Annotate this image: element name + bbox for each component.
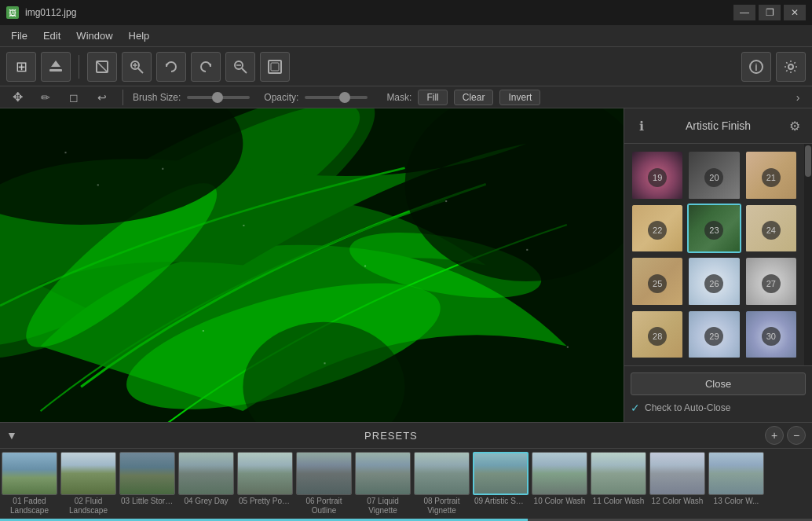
svg-rect-14	[271, 63, 279, 71]
preset-thumb-28[interactable]: 28	[631, 310, 684, 360]
preset-thumb-19[interactable]: 19	[631, 150, 684, 200]
rotate-left-tool-button[interactable]	[156, 52, 186, 82]
preset-number-29: 29	[704, 327, 723, 346]
zoom-in-tool-button[interactable]	[122, 52, 152, 82]
opacity-thumb[interactable]	[339, 92, 350, 103]
window-title: img0112.jpg	[25, 7, 727, 18]
film-item-12[interactable]: 13 Color W...	[707, 452, 766, 515]
preset-number-23: 23	[704, 221, 723, 240]
preset-thumb-21[interactable]: 21	[744, 150, 798, 200]
pencil-icon[interactable]: ✏	[35, 86, 57, 108]
film-item-7[interactable]: 08 PortraitVignette	[412, 452, 471, 515]
svg-rect-33	[526, 249, 528, 251]
menu-help[interactable]: Help	[121, 27, 158, 45]
mask-label: Mask:	[386, 92, 411, 103]
svg-point-17	[788, 64, 793, 69]
menu-window[interactable]: Window	[68, 27, 120, 45]
brush-toolbar: ✥ ✏ ◻ ↩ Brush Size: Opacity: Mask: Fill …	[0, 86, 812, 108]
clear-button[interactable]: Clear	[454, 90, 494, 105]
panel-scrollbar[interactable]	[804, 144, 812, 365]
scrollbar-thumb[interactable]	[805, 145, 811, 177]
crop-tool-button[interactable]	[87, 52, 117, 82]
preset-thumb-29[interactable]: 29	[687, 310, 741, 360]
brush-separator	[123, 90, 123, 105]
preset-thumb-25[interactable]: 25	[631, 256, 684, 306]
preset-thumb-30[interactable]: 30	[744, 310, 798, 360]
undo-brush-icon[interactable]: ↩	[91, 86, 113, 108]
preset-thumb-20[interactable]: 20	[687, 150, 741, 200]
restore-button[interactable]: ❐	[759, 5, 781, 20]
invert-button[interactable]: Invert	[499, 90, 540, 105]
film-item-11[interactable]: 12 Color Wash	[648, 452, 707, 515]
toolbar-separator-1	[79, 55, 79, 79]
presets-toggle-button[interactable]: ▼	[6, 429, 17, 442]
close-presets-button[interactable]: Close	[631, 372, 806, 395]
preset-thumb-22[interactable]: 22	[631, 204, 684, 254]
preset-thumb-27[interactable]: 27	[744, 256, 798, 306]
fill-button[interactable]: Fill	[418, 90, 447, 105]
preset-number-24: 24	[762, 221, 781, 240]
frame-tool-button[interactable]	[260, 52, 290, 82]
zoom-out-tool-button[interactable]	[225, 52, 255, 82]
rotate-right-tool-button[interactable]	[191, 52, 221, 82]
menu-file[interactable]: File	[3, 27, 35, 45]
main-toolbar: ⊞ i	[0, 47, 812, 86]
film-item-0[interactable]: 01 FadedLandscape	[0, 452, 59, 515]
panel-info-button[interactable]: ℹ	[631, 115, 653, 137]
film-item-2[interactable]: 03 Little Stormy	[118, 452, 177, 515]
film-item-1[interactable]: 02 FluidLandscape	[59, 452, 118, 515]
svg-rect-29	[162, 168, 163, 170]
film-image-2	[120, 453, 174, 494]
upload-tool-button[interactable]	[41, 52, 71, 82]
film-item-10[interactable]: 11 Color Wash	[589, 452, 648, 515]
film-image-4	[238, 453, 292, 494]
display-tool-button[interactable]: ⊞	[6, 52, 36, 82]
film-image-7	[415, 453, 469, 494]
preset-number-19: 19	[648, 168, 667, 187]
panel-header: ℹ Artistic Finish ⚙	[624, 108, 812, 144]
film-item-5[interactable]: 06 PortraitOutline	[294, 452, 353, 515]
film-thumb-12	[708, 452, 764, 495]
info-tool-button[interactable]: i	[741, 52, 771, 82]
film-item-4[interactable]: 05 Pretty Portrait	[236, 452, 294, 515]
window-controls: — ❐ ✕	[733, 5, 806, 20]
eraser-brush-icon[interactable]: ◻	[63, 86, 85, 108]
film-thumb-10	[591, 452, 646, 495]
preset-number-20: 20	[704, 168, 723, 187]
film-item-3[interactable]: 04 Grey Day	[177, 452, 236, 515]
menu-edit[interactable]: Edit	[35, 27, 68, 45]
preset-number-22: 22	[648, 221, 667, 240]
svg-rect-36	[203, 330, 204, 332]
opacity-slider[interactable]	[305, 96, 368, 99]
svg-rect-0	[49, 69, 62, 72]
move-brush-icon[interactable]: ✥	[6, 86, 28, 108]
panel-footer: Close ✓ Check to Auto-Close	[624, 365, 812, 422]
film-label-8: 09 Artistic Scene	[473, 497, 529, 506]
opacity-slider-container[interactable]	[305, 96, 375, 99]
preset-thumb-26[interactable]: 26	[687, 256, 741, 306]
remove-preset-button[interactable]: −	[787, 426, 806, 445]
panel-settings-button[interactable]: ⚙	[784, 115, 806, 137]
panel-title: Artistic Finish	[653, 119, 784, 132]
svg-line-5	[138, 68, 143, 73]
close-button[interactable]: ✕	[784, 5, 806, 20]
preset-number-30: 30	[762, 327, 781, 346]
preset-thumb-23[interactable]: 23	[687, 204, 741, 254]
film-item-8[interactable]: 09 Artistic Scene	[471, 452, 530, 515]
brush-size-slider[interactable]	[187, 96, 250, 99]
film-label-2: 03 Little Stormy	[119, 497, 175, 506]
minimize-button[interactable]: —	[733, 5, 755, 20]
toolbar-expand-arrow[interactable]: ›	[790, 90, 806, 105]
brush-size-slider-container[interactable]	[187, 96, 258, 99]
film-thumb-1	[60, 452, 116, 495]
film-label-4: 05 Pretty Portrait	[237, 497, 293, 506]
film-thumb-11	[649, 452, 705, 495]
film-item-9[interactable]: 10 Color Wash	[530, 452, 589, 515]
add-preset-button[interactable]: +	[765, 426, 784, 445]
settings-tool-button[interactable]	[776, 52, 806, 82]
film-item-6[interactable]: 07 LiquidVignette	[353, 452, 412, 515]
bottom-section: ▼ PRESETS + − 01 FadedLandscape 02 Fluid…	[0, 422, 812, 521]
preset-thumb-24[interactable]: 24	[744, 204, 798, 254]
app-icon: 🖼	[6, 6, 19, 19]
brush-size-thumb[interactable]	[212, 92, 223, 103]
